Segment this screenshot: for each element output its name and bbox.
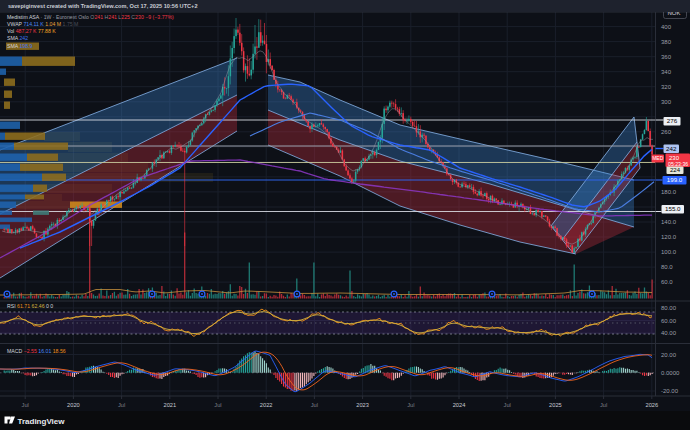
svg-text:SMA 242: SMA 242 bbox=[7, 35, 28, 41]
svg-text:2022: 2022 bbox=[260, 402, 273, 408]
svg-text:120.0: 120.0 bbox=[661, 234, 677, 240]
svg-text:60.0: 60.0 bbox=[661, 279, 673, 285]
svg-text:Jul: Jul bbox=[214, 402, 221, 408]
svg-text:380: 380 bbox=[661, 39, 672, 45]
svg-text:224: 224 bbox=[670, 167, 681, 173]
svg-text:MACD −2.55 16.01 18.56: MACD −2.55 16.01 18.56 bbox=[7, 348, 66, 354]
svg-text:100.0: 100.0 bbox=[661, 249, 677, 255]
svg-text:199.0: 199.0 bbox=[667, 176, 683, 183]
svg-text:2024: 2024 bbox=[453, 402, 466, 408]
svg-text:Jul: Jul bbox=[118, 402, 125, 408]
svg-text:Medistim ASA · 1W · Euronext O: Medistim ASA · 1W · Euronext Oslo O241 H… bbox=[7, 14, 174, 20]
svg-text:230: 230 bbox=[669, 155, 680, 161]
svg-text:140.0: 140.0 bbox=[661, 219, 677, 225]
svg-text:276: 276 bbox=[667, 117, 678, 124]
svg-text:40.00: 40.00 bbox=[661, 330, 677, 336]
svg-text:80.0: 80.0 bbox=[661, 264, 673, 270]
svg-text:300: 300 bbox=[661, 99, 672, 105]
svg-text:340: 340 bbox=[661, 69, 672, 75]
svg-text:Jul: Jul bbox=[22, 402, 29, 408]
svg-text:2026: 2026 bbox=[645, 402, 658, 408]
svg-text:155.0: 155.0 bbox=[665, 205, 681, 212]
svg-text:320: 320 bbox=[661, 84, 672, 90]
svg-text:242: 242 bbox=[666, 145, 677, 152]
svg-text:2025: 2025 bbox=[549, 402, 562, 408]
svg-text:savepiginvest created with Tra: savepiginvest created with TradingView.c… bbox=[8, 3, 198, 9]
svg-text:260: 260 bbox=[661, 129, 672, 135]
svg-text:Jul: Jul bbox=[600, 402, 607, 408]
svg-text:Vol 487.27 K 77.88 K: Vol 487.27 K 77.88 K bbox=[7, 28, 56, 34]
svg-text:TradingView: TradingView bbox=[18, 417, 66, 426]
svg-text:05:23:36: 05:23:36 bbox=[668, 161, 688, 167]
svg-text:SMA 198.9: SMA 198.9 bbox=[7, 43, 33, 49]
svg-text:60.00: 60.00 bbox=[661, 318, 677, 324]
svg-text:180.0: 180.0 bbox=[661, 189, 677, 195]
svg-text:Jul: Jul bbox=[311, 402, 318, 408]
svg-text:2020: 2020 bbox=[67, 402, 80, 408]
svg-text:RSI 61.71 62.46 0 0: RSI 61.71 62.46 0 0 bbox=[7, 303, 53, 309]
svg-text:20.00: 20.00 bbox=[661, 352, 677, 358]
svg-text:Jul: Jul bbox=[407, 402, 414, 408]
svg-text:0.0000: 0.0000 bbox=[661, 370, 680, 376]
svg-text:360: 360 bbox=[661, 54, 672, 60]
svg-text:-20.00: -20.00 bbox=[661, 388, 679, 394]
svg-text:VWAP 714.11 K 1.04 M 1.75 M: VWAP 714.11 K 1.04 M 1.75 M bbox=[7, 21, 78, 27]
svg-text:80.00: 80.00 bbox=[661, 305, 677, 311]
svg-text:Jul: Jul bbox=[504, 402, 511, 408]
svg-text:MED: MED bbox=[652, 155, 664, 161]
svg-text:2023: 2023 bbox=[356, 402, 369, 408]
svg-text:2021: 2021 bbox=[163, 402, 176, 408]
svg-text:400: 400 bbox=[661, 24, 672, 30]
